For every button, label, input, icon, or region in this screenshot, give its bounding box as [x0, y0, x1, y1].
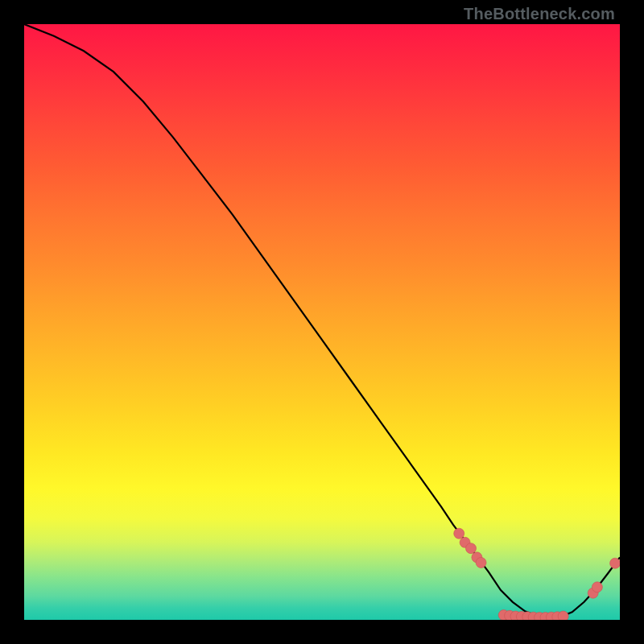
- marker-group: [454, 528, 620, 620]
- data-marker: [466, 543, 477, 554]
- data-marker: [454, 528, 464, 539]
- chart-frame: TheBottleneck.com: [0, 0, 644, 644]
- chart-svg: [24, 24, 620, 620]
- data-marker: [610, 558, 620, 568]
- data-marker: [558, 611, 568, 620]
- curve-line: [24, 24, 620, 618]
- watermark-text: TheBottleneck.com: [464, 5, 615, 23]
- plot-area: [24, 24, 620, 620]
- data-marker: [476, 557, 486, 568]
- data-marker: [592, 582, 602, 592]
